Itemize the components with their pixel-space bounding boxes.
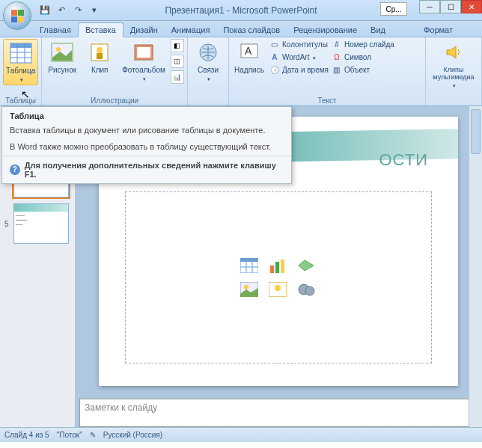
- notes-pane[interactable]: Заметки к слайду: [79, 399, 478, 427]
- speaker-icon: [442, 40, 466, 64]
- ribbon: Таблица Таблицы Рисунок Клип Фотоальбом …: [0, 37, 482, 106]
- clip-icon: [88, 40, 112, 64]
- group-text-label: Текст: [232, 96, 422, 105]
- symbol-button[interactable]: ΩСимвол: [332, 52, 394, 62]
- headerfooter-button[interactable]: ▭Колонтитулы: [269, 39, 329, 49]
- group-links: Связи: [188, 37, 229, 105]
- datetime-label: Дата и время: [282, 66, 329, 74]
- group-media: Клипы мультимедиа: [426, 37, 482, 105]
- compatibility-button[interactable]: Ср...: [380, 2, 407, 16]
- ph-smartart-icon[interactable]: [296, 257, 317, 274]
- media-button[interactable]: Клипы мультимедиа: [429, 39, 478, 90]
- clip-button[interactable]: Клип: [82, 39, 117, 76]
- tooltip-line2: В Word также можно преобразовать в табли…: [2, 138, 291, 155]
- window-controls: ─ ☐ ✕: [419, 0, 482, 13]
- wordart-button[interactable]: AWordArt: [269, 52, 329, 62]
- tab-design[interactable]: Дизайн: [123, 23, 165, 37]
- group-links-label: [191, 96, 225, 105]
- chevron-down-icon: [19, 75, 23, 83]
- table-button[interactable]: Таблица: [3, 39, 38, 85]
- chevron-down-icon: [311, 53, 316, 61]
- thumb-row-5[interactable]: 5 ━━━━━━━━━━━━: [4, 203, 70, 244]
- office-button[interactable]: [3, 1, 31, 30]
- link-icon: [196, 40, 220, 64]
- svg-point-9: [97, 47, 103, 53]
- ph-media-icon[interactable]: [296, 280, 317, 298]
- spellcheck-icon[interactable]: ✎: [90, 431, 96, 439]
- group-text: A Надпись ▭Колонтитулы AWordArt 🕔Дата и …: [229, 37, 426, 105]
- datetime-button[interactable]: 🕔Дата и время: [269, 64, 329, 75]
- svg-rect-1: [10, 43, 31, 48]
- window-title: Презентация1 - Microsoft PowerPoint: [165, 5, 317, 16]
- chart-icon[interactable]: 📊: [171, 70, 184, 84]
- object-icon: ▥: [332, 64, 342, 75]
- textbox-button[interactable]: A Надпись: [232, 39, 266, 76]
- table-icon: [9, 41, 33, 65]
- slide-title-text: ОСТИ: [379, 150, 428, 170]
- object-button[interactable]: ▥Объект: [332, 64, 394, 75]
- slide-thumb[interactable]: ━━━━━━━━━━━━: [13, 203, 69, 244]
- wordart-icon: A: [269, 52, 280, 62]
- scrollbar-thumb[interactable]: [471, 109, 481, 154]
- maximize-button[interactable]: ☐: [440, 0, 461, 13]
- slidenumber-button[interactable]: #Номер слайда: [332, 39, 394, 49]
- group-tables: Таблица Таблицы: [0, 37, 42, 105]
- ph-table-icon[interactable]: [239, 257, 260, 274]
- qat-more-icon[interactable]: ▾: [87, 3, 102, 18]
- ph-picture-icon[interactable]: [239, 280, 260, 298]
- object-label: Объект: [344, 66, 370, 74]
- group-illustrations-label: Иллюстрации: [45, 96, 184, 105]
- svg-point-26: [244, 285, 248, 289]
- svg-rect-22: [270, 266, 274, 273]
- tab-home[interactable]: Главная: [33, 23, 78, 37]
- svg-rect-12: [137, 47, 150, 58]
- tab-view[interactable]: Вид: [364, 23, 392, 37]
- media-label: Клипы мультимедиа: [431, 66, 476, 81]
- links-button[interactable]: Связи: [191, 39, 225, 84]
- tooltip-title: Таблица: [2, 107, 291, 122]
- picture-icon: [50, 40, 74, 64]
- svg-rect-24: [281, 260, 284, 273]
- minimize-button[interactable]: ─: [419, 0, 440, 13]
- tab-review[interactable]: Рецензирование: [287, 23, 364, 37]
- svg-rect-18: [240, 258, 258, 262]
- textbox-icon: A: [237, 40, 261, 64]
- symbol-label: Символ: [344, 53, 371, 61]
- tooltip-footer-text: Для получения дополнительных сведений на…: [25, 161, 284, 179]
- picture-button[interactable]: Рисунок: [45, 39, 79, 76]
- close-button[interactable]: ✕: [461, 0, 482, 13]
- tab-format[interactable]: Формат: [417, 23, 460, 37]
- headerfooter-icon: ▭: [269, 39, 280, 49]
- group-tables-label: Таблицы: [3, 96, 38, 105]
- tab-insert[interactable]: Вставка: [78, 22, 123, 37]
- thumb-num: 5: [4, 220, 10, 228]
- quick-access-toolbar: 💾 ↶ ↷ ▾: [37, 3, 102, 18]
- content-placeholder[interactable]: [125, 191, 432, 363]
- svg-rect-23: [275, 262, 279, 273]
- slidenumber-icon: #: [332, 39, 342, 49]
- chevron-down-icon: [451, 81, 456, 89]
- wordart-label: WordArt: [282, 53, 310, 61]
- illustration-minis: ◧ ◫ 📊: [171, 39, 184, 84]
- save-icon[interactable]: 💾: [37, 3, 52, 18]
- vertical-scrollbar[interactable]: [469, 106, 482, 427]
- status-bar: Слайд 4 из 5 "Поток" ✎ Русский (Россия): [0, 427, 482, 442]
- tab-animation[interactable]: Анимация: [165, 23, 217, 37]
- redo-icon[interactable]: ↷: [70, 3, 85, 18]
- smartart-icon[interactable]: ◫: [171, 55, 184, 68]
- ph-clipart-icon[interactable]: [267, 280, 288, 298]
- photoalbum-icon: [132, 40, 156, 64]
- help-icon: ?: [10, 165, 20, 175]
- status-language[interactable]: Русский (Россия): [103, 431, 162, 439]
- chevron-down-icon: [141, 74, 146, 82]
- shapes-icon[interactable]: ◧: [171, 39, 184, 52]
- undo-icon[interactable]: ↶: [54, 3, 69, 18]
- ph-chart-icon[interactable]: [267, 257, 288, 274]
- chevron-down-icon: [206, 74, 210, 82]
- photoalbum-button[interactable]: Фотоальбом: [120, 39, 168, 84]
- datetime-icon: 🕔: [269, 64, 280, 75]
- title-bar: 💾 ↶ ↷ ▾ Презентация1 - Microsoft PowerPo…: [0, 0, 482, 21]
- tab-slideshow[interactable]: Показ слайдов: [216, 23, 287, 37]
- headerfooter-label: Колонтитулы: [282, 40, 328, 49]
- table-button-label: Таблица: [6, 67, 35, 75]
